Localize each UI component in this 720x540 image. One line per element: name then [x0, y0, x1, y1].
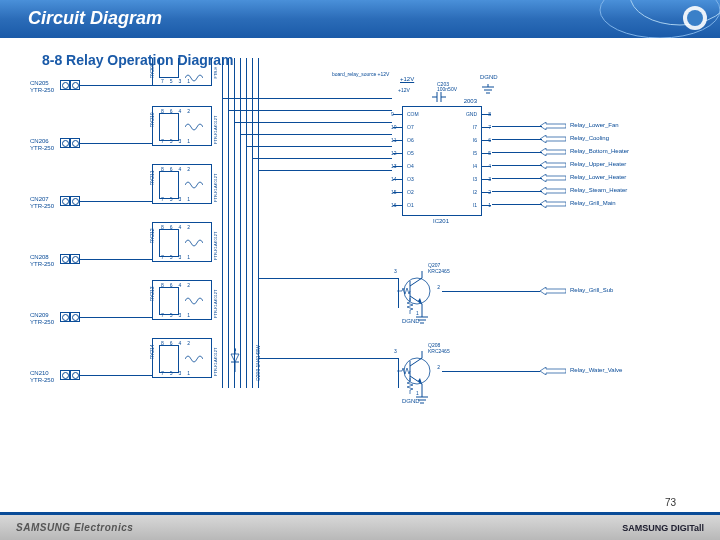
label-dgnd-top: DGND	[480, 74, 498, 80]
circuit-diagram-area: CN205YTR-250 CN206YTR-250 CN207YTR-250 C…	[42, 78, 682, 478]
svg-marker-16	[540, 174, 566, 182]
signal-grill-main: Relay_Grill_Main	[570, 200, 616, 206]
svg-marker-30	[540, 287, 566, 295]
diagram-subtitle: 8-8 Relay Operation Diagram	[0, 38, 720, 74]
footer-logo: SAMSUNG DIGITall	[622, 523, 704, 533]
page-number: 73	[665, 497, 676, 508]
relay-ry213: RY213 FTR-K1AK012T 8642 7531	[152, 280, 212, 320]
svg-marker-13	[540, 135, 566, 143]
transistor-q207: Q207KRC2465 3 2 1	[392, 266, 442, 316]
relay-ry210: RY210 FTR-K1AK012T 8642 7531	[152, 106, 212, 146]
diode-d209-icon	[230, 348, 240, 372]
top-source-label: board_relay_source +12V	[332, 72, 389, 77]
connector-cn208: CN208YTR-250	[60, 254, 80, 264]
svg-marker-17	[540, 187, 566, 195]
relay-ry211: RY211 FTR-K1AK012T 8642 7531	[152, 164, 212, 204]
connector-cn207: CN207YTR-250	[60, 196, 80, 206]
connector-cn206: CN206YTR-250	[60, 138, 80, 148]
svg-marker-18	[540, 200, 566, 208]
slide-footer: SAMSUNG Electronics SAMSUNG DIGITall	[0, 512, 720, 540]
svg-point-3	[687, 10, 703, 26]
svg-marker-14	[540, 148, 566, 156]
signal-water-valve: Relay_Water_Valve	[570, 367, 622, 373]
ic-ic201: 2003 IC201 9COM 10O7 11O6 12O5 13O4 14O3…	[402, 106, 482, 216]
svg-marker-15	[540, 161, 566, 169]
relay-ry209: RY209 FTR-H 7531	[152, 58, 212, 86]
signal-cooling: Relay_Cooling	[570, 135, 609, 141]
connector-cn210: CN210YTR-250	[60, 370, 80, 380]
signal-lower-fan: Relay_Lower_Fan	[570, 122, 619, 128]
svg-marker-44	[231, 354, 239, 362]
svg-marker-42	[540, 367, 566, 375]
signal-steam-heater: Relay_Steam_Heater	[570, 187, 627, 193]
relay-ry212: RY212 FTR-K1AK012T 8642 7531	[152, 222, 212, 262]
signal-upper-heater: Relay_Upper_Heater	[570, 161, 626, 167]
header-swirl-graphic	[520, 0, 720, 38]
svg-marker-12	[540, 122, 566, 130]
footer-brand: SAMSUNG Electronics	[16, 522, 133, 533]
signal-lower-heater: Relay_Lower_Heater	[570, 174, 626, 180]
label-12v-b: +12V	[398, 88, 410, 93]
diode-d209: D209 1N4148W	[255, 345, 261, 381]
connector-cn209: CN209YTR-250	[60, 312, 80, 322]
svg-point-47	[234, 349, 236, 351]
label-12v: +12V	[400, 76, 414, 82]
relay-ry214: RY214 FTR-K1AK012T 8642 7531	[152, 338, 212, 378]
signal-bottom-heater: Relay_Bottom_Heater	[570, 148, 629, 154]
connector-cn205: CN205YTR-250	[60, 80, 80, 90]
transistor-q208: Q208KRC2465 3 2 1	[392, 346, 442, 396]
slide-header: Circuit Diagram	[0, 0, 720, 38]
signal-grill-sub: Relay_Grill_Sub	[570, 287, 613, 293]
